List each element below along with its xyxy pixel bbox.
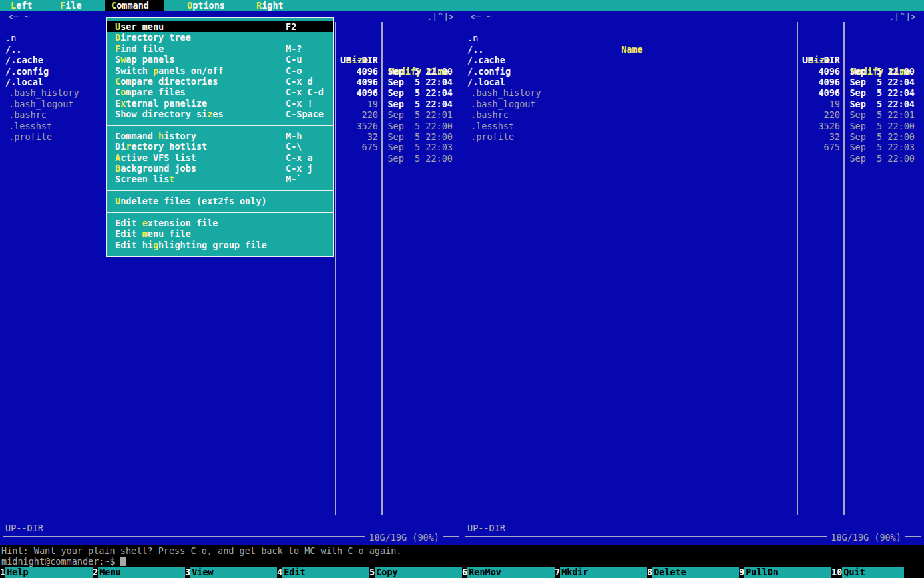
file-row[interactable]: .lesshst 32 Sep 5 22:03 <box>462 109 924 120</box>
fkey-number: 10 <box>831 567 842 578</box>
file-row[interactable]: .bash_logout 220 Sep 5 22:00 <box>462 87 924 98</box>
menu-item-command-history[interactable]: Command historyM-h <box>107 131 333 141</box>
shell-prompt[interactable]: midnight@commander:~$ <box>1 556 126 567</box>
label-post: ternal panelize <box>126 98 207 109</box>
menu-right-hotkey: R <box>256 0 262 11</box>
fkey-number: 2 <box>93 567 98 578</box>
label-post: anels on/off <box>158 65 224 76</box>
hint-line: Hint: Want your plain shell? Press C-o, … <box>1 545 401 556</box>
file-size: 675 <box>337 142 378 152</box>
fkey-label: PullDn <box>744 567 831 578</box>
shortcut-label: C-x j <box>286 163 313 174</box>
fkey-label: View <box>190 567 277 578</box>
menu-options[interactable]: Options <box>187 0 225 11</box>
menu-item-edit-menu-file[interactable]: Edit menu file <box>107 228 333 239</box>
menu-command-hotkey: C <box>111 0 116 11</box>
menu-bar: Left File Command Options Right <box>0 0 924 11</box>
menu-item-background-jobs[interactable]: Background jobsC-x j <box>107 163 333 174</box>
label-hotkey: e <box>142 218 148 228</box>
menu-item-directory-hotlist[interactable]: Directory hotlistC-\ <box>107 141 333 152</box>
left-panel-history-back-marker[interactable]: <─ ~ <box>5 11 33 22</box>
menu-item-edit-highlighting-group-file[interactable]: Edit highlighting group file <box>107 240 333 250</box>
right-panel-ministatus-divider <box>465 515 921 515</box>
label-hotkey: F <box>115 43 120 54</box>
file-name: .profile <box>471 131 514 142</box>
label-post: ctive VFS list <box>120 152 196 163</box>
fkey-menu[interactable]: 2Menu <box>93 567 185 578</box>
fkey-view[interactable]: 3View <box>185 567 277 578</box>
menu-item-compare-directories[interactable]: Compare directoriesC-x d <box>107 76 333 87</box>
label-post: mpare files <box>126 87 185 97</box>
menu-item-find-file[interactable]: Find fileM-? <box>107 43 333 54</box>
file-row[interactable]: .profile 675 Sep 5 22:00 <box>462 121 924 131</box>
file-row[interactable]: /.local 4096 Sep 5 22:04 <box>462 66 924 77</box>
right-panel-nav-markers[interactable]: .[^]> <box>886 11 919 22</box>
fkey-number: 9 <box>739 567 744 578</box>
label-pre: Edit <box>115 218 142 228</box>
fkey-label: Mkdir <box>560 567 647 578</box>
fkey-label: Help <box>5 567 93 578</box>
label-hotkey: p <box>153 65 158 76</box>
fkey-quit[interactable]: 10Quit <box>831 567 904 578</box>
left-panel-nav-markers[interactable]: .[^]> <box>424 11 457 22</box>
menu-command[interactable]: Command <box>105 0 164 11</box>
label-post: ectory hotlist <box>131 141 207 152</box>
file-row[interactable]: /.config 4096 Sep 5 22:04 <box>462 55 924 65</box>
shortcut-label: C-u <box>286 54 302 65</box>
menu-item-user-menu[interactable]: User menuF2 <box>107 21 333 32</box>
shortcut-label: M-h <box>286 131 302 141</box>
label-post: es <box>212 109 223 119</box>
file-row[interactable]: /.cache 4096 Sep 5 22:04 <box>462 44 924 55</box>
label-hotkey: B <box>115 163 120 174</box>
fkey-label: Quit <box>842 567 904 578</box>
menu-item-directory-tree[interactable]: Directory tree <box>107 32 333 43</box>
fkey-label: RenMov <box>467 567 555 578</box>
shell-prompt-text: midnight@commander:~$ <box>1 556 115 567</box>
fkey-label: Copy <box>375 567 462 578</box>
shortcut-label: C-o <box>286 65 302 76</box>
menu-item-edit-extension-file[interactable]: Edit extension file <box>107 218 333 228</box>
file-size: 32 <box>799 131 840 142</box>
right-panel: <─ ~ .[^]> .n Name Size Modify time /.. … <box>462 11 924 545</box>
menu-item-screen-list[interactable]: Screen listM-` <box>107 174 333 184</box>
file-row[interactable]: .bashrc 3526 Sep 5 22:00 <box>462 99 924 109</box>
file-mtime: Sep 5 22:03 <box>385 142 453 152</box>
menu-left[interactable]: Left <box>11 0 33 11</box>
file-row[interactable]: /.. UP--DIR Sep 5 22:00 <box>462 33 924 43</box>
label-pre: E <box>115 98 120 109</box>
menu-item-undelete-files[interactable]: Undelete files (ext2fs only) <box>107 196 333 206</box>
shortcut-label: M-` <box>286 174 302 184</box>
label-pre: Screen lis <box>115 174 169 184</box>
fkey-pulldn[interactable]: 9PullDn <box>739 567 831 578</box>
fkey-label: Edit <box>282 567 369 578</box>
shortcut-label: C-x d <box>286 76 313 87</box>
menu-item-show-directory-sizes[interactable]: Show directory sizesC-Space <box>107 109 333 119</box>
function-key-bar: 1Help 2Menu 3View 4Edit 5Copy 6RenMov 7M… <box>0 567 924 578</box>
label-pre: Edit hi <box>115 240 153 250</box>
menu-item-switch-panels-on-off[interactable]: Switch panels on/offC-o <box>107 65 333 76</box>
block-cursor[interactable] <box>120 557 126 566</box>
file-row[interactable]: .bash_history 19 Sep 5 22:01 <box>462 77 924 87</box>
fkey-renmov[interactable]: 6RenMov <box>462 567 555 578</box>
label-post: enu file <box>148 228 191 239</box>
menu-file[interactable]: File <box>60 0 82 11</box>
label-pre: Di <box>115 141 126 152</box>
menu-right[interactable]: Right <box>256 0 284 11</box>
fkey-copy[interactable]: 5Copy <box>369 567 462 578</box>
command-menu-dropdown: User menuF2 Directory tree Find fileM-? … <box>106 17 334 257</box>
menu-item-compare-files[interactable]: Compare filesC-x C-d <box>107 87 333 97</box>
right-panel-history-back-marker[interactable]: <─ ~ <box>467 11 495 22</box>
left-panel-ministatus-divider <box>3 515 459 515</box>
fkey-edit[interactable]: 4Edit <box>277 567 369 578</box>
menu-item-swap-panels[interactable]: Swap panelsC-u <box>107 54 333 65</box>
menu-item-external-panelize[interactable]: External panelizeC-x ! <box>107 98 333 109</box>
fkey-mkdir[interactable]: 7Mkdir <box>555 567 647 578</box>
fkey-delete[interactable]: 8Delete <box>647 567 739 578</box>
shortcut-label: C-x ! <box>286 98 313 109</box>
fkey-help[interactable]: 1Help <box>0 567 93 578</box>
file-size: 675 <box>799 142 840 152</box>
menu-item-active-vfs-list[interactable]: Active VFS listC-x a <box>107 152 333 163</box>
label-post: ser menu <box>120 21 164 32</box>
menu-separator <box>107 185 333 196</box>
label-hotkey: m <box>142 228 148 239</box>
